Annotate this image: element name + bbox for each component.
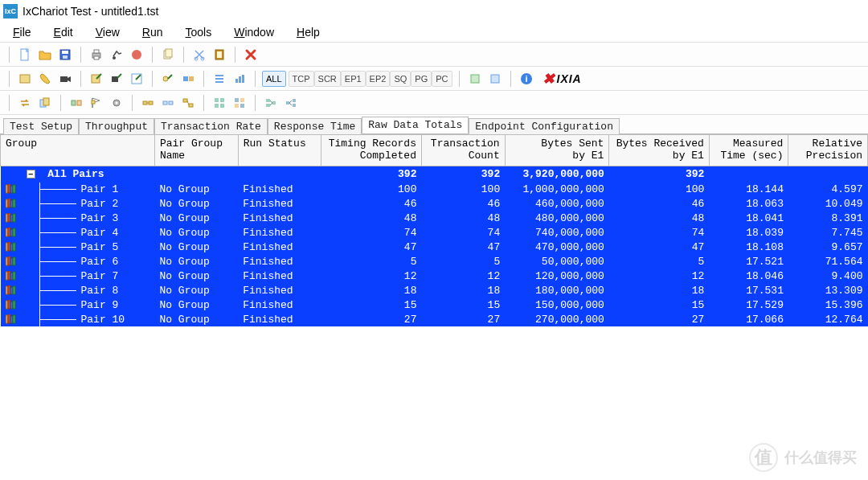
table-row[interactable]: Pair 8No GroupFinished1818180,000,000181… xyxy=(1,283,868,297)
save-icon[interactable] xyxy=(56,46,74,64)
svg-rect-57 xyxy=(293,104,296,107)
filter-tcp-button[interactable]: TCP xyxy=(289,71,314,87)
col-run_status[interactable]: Run Status xyxy=(238,135,321,166)
filter-ep2-button[interactable]: EP2 xyxy=(366,71,391,87)
table-row[interactable]: Pair 10No GroupFinished2727270,000,00027… xyxy=(1,312,868,326)
tab-endpoint-configuration[interactable]: Endpoint Configuration xyxy=(469,118,620,134)
link-icon[interactable] xyxy=(139,94,157,112)
copy-icon[interactable] xyxy=(159,46,177,64)
books-icon xyxy=(6,314,17,324)
col-timing_records_completed[interactable]: Timing Records Completed xyxy=(321,135,422,166)
svg-rect-10 xyxy=(166,49,172,57)
tab-throughput[interactable]: Throughput xyxy=(79,118,154,134)
svg-rect-56 xyxy=(293,99,296,102)
pair-label: Pair 1 xyxy=(80,183,119,195)
script-icon[interactable] xyxy=(16,70,34,88)
svg-rect-78 xyxy=(13,243,15,251)
svg-rect-43 xyxy=(183,99,187,102)
new-file-icon[interactable] xyxy=(16,46,34,64)
filter-all-button[interactable]: ALL xyxy=(262,71,286,87)
flag-icon[interactable] xyxy=(88,94,105,112)
delete-icon[interactable] xyxy=(242,46,260,64)
grid-a-icon[interactable] xyxy=(211,94,228,112)
run-icon[interactable] xyxy=(108,46,125,64)
print-icon[interactable] xyxy=(88,46,105,64)
pair-tool-icon[interactable] xyxy=(159,70,177,88)
filter-scr-button[interactable]: SCR xyxy=(314,71,341,87)
window-title: IxChariot Test - untitled1.tst xyxy=(23,5,158,18)
col-transaction_count[interactable]: Transaction Count xyxy=(421,135,505,166)
pair-label: Pair 6 xyxy=(80,256,119,268)
tab-raw-data-totals[interactable]: Raw Data Totals xyxy=(362,117,469,133)
node-tool-icon[interactable] xyxy=(179,70,197,88)
tab-test-setup[interactable]: Test Setup xyxy=(3,118,79,134)
table-row[interactable]: Pair 3No GroupFinished4848480,000,000481… xyxy=(1,211,868,225)
table-row[interactable]: Pair 1No GroupFinished1001001,000,000,00… xyxy=(1,182,868,196)
stop-icon[interactable] xyxy=(128,46,145,64)
edit-camera-icon[interactable] xyxy=(108,70,125,88)
merge-icon[interactable] xyxy=(262,94,280,112)
col-relative_precision[interactable]: Relative Precision xyxy=(788,135,868,166)
svg-rect-3 xyxy=(63,55,68,59)
table-row[interactable]: Pair 7No GroupFinished1212120,000,000121… xyxy=(1,269,868,283)
svg-rect-32 xyxy=(43,98,49,105)
svg-marker-17 xyxy=(68,76,71,82)
duplicate-icon[interactable] xyxy=(36,94,54,112)
export-icon[interactable] xyxy=(466,70,484,88)
filter-pc-button[interactable]: PC xyxy=(432,71,452,87)
svg-rect-47 xyxy=(215,104,219,108)
filter-pg-button[interactable]: PG xyxy=(411,71,432,87)
grid-b-icon[interactable] xyxy=(231,94,248,112)
open-file-icon[interactable] xyxy=(36,46,54,64)
paste-icon[interactable] xyxy=(211,46,228,64)
tab-strip: Test SetupThroughputTransaction RateResp… xyxy=(0,114,868,133)
info-icon[interactable]: i xyxy=(518,70,535,88)
menu-run[interactable]: Run xyxy=(136,24,170,40)
menu-window[interactable]: Window xyxy=(227,24,280,40)
list-icon[interactable] xyxy=(211,70,228,88)
cut-icon[interactable] xyxy=(190,46,208,64)
summary-row[interactable]: − All Pairs3923923,920,000,000392 xyxy=(1,166,868,182)
table-row[interactable]: Pair 4No GroupFinished7474740,000,000741… xyxy=(1,225,868,240)
swap-icon[interactable] xyxy=(16,94,34,112)
tab-response-time[interactable]: Response Time xyxy=(268,118,362,134)
menu-file[interactable]: File xyxy=(6,24,38,40)
pair-label: Pair 4 xyxy=(80,227,119,239)
tab-transaction-rate[interactable]: Transaction Rate xyxy=(154,118,268,134)
move-icon[interactable] xyxy=(179,94,197,112)
svg-rect-48 xyxy=(220,104,224,108)
books-icon xyxy=(6,285,17,295)
camera-icon[interactable] xyxy=(56,70,74,88)
filter-ep1-button[interactable]: EP1 xyxy=(341,71,366,87)
menu-help[interactable]: Help xyxy=(290,24,326,40)
import-icon[interactable] xyxy=(486,70,504,88)
col-group[interactable]: Group xyxy=(1,135,155,166)
brand-x-icon: ✖ xyxy=(542,70,555,88)
col-pair_group_name[interactable]: Pair Group Name xyxy=(154,135,238,166)
table-row[interactable]: Pair 5No GroupFinished4747470,000,000471… xyxy=(1,240,868,254)
svg-rect-34 xyxy=(77,101,81,105)
svg-rect-66 xyxy=(13,199,15,207)
menu-tools[interactable]: Tools xyxy=(179,24,219,40)
align-left-icon[interactable] xyxy=(68,94,85,112)
phone-icon[interactable] xyxy=(36,70,54,88)
col-bytes_received_by_e1[interactable]: Bytes Received by E1 xyxy=(609,135,710,166)
filter-sq-button[interactable]: SQ xyxy=(390,71,411,87)
table-row[interactable]: Pair 2No GroupFinished4646460,000,000461… xyxy=(1,196,868,211)
menu-view[interactable]: View xyxy=(89,24,126,40)
edit-script-icon[interactable] xyxy=(88,70,105,88)
col-bytes_sent_by_e1[interactable]: Bytes Sent by E1 xyxy=(505,135,609,166)
unlink-icon[interactable] xyxy=(159,94,177,112)
books-icon xyxy=(6,242,17,252)
table-row[interactable]: Pair 9No GroupFinished1515150,000,000151… xyxy=(1,297,868,312)
col-measured_time_sec[interactable]: Measured Time (sec) xyxy=(709,135,788,166)
pair-label: Pair 8 xyxy=(80,285,119,297)
group-edit-icon[interactable] xyxy=(128,70,145,88)
gear-icon[interactable] xyxy=(108,94,125,112)
brand-ixia: ✖ IXIA xyxy=(542,70,582,88)
table-row[interactable]: Pair 6No GroupFinished5550,000,000517.52… xyxy=(1,254,868,269)
collapse-icon[interactable]: − xyxy=(27,170,35,178)
menu-edit[interactable]: Edit xyxy=(47,24,80,40)
split-icon[interactable] xyxy=(282,94,300,112)
chart-icon[interactable] xyxy=(231,70,248,88)
